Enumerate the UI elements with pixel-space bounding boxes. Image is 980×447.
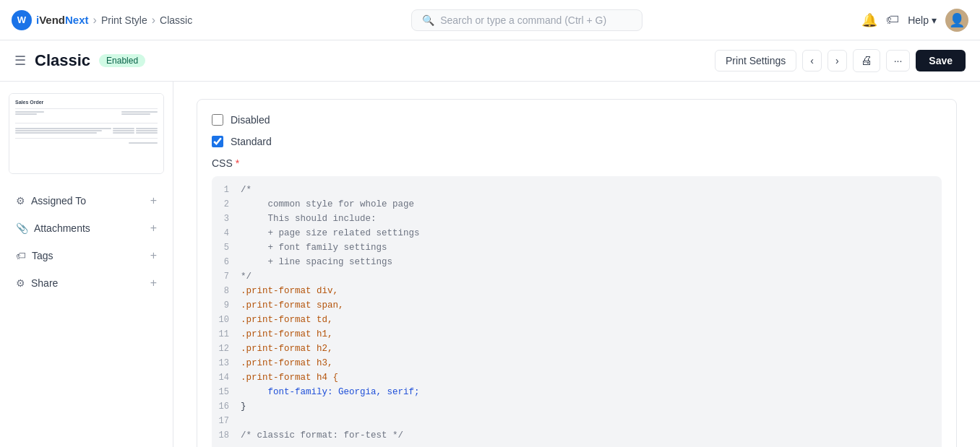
sidebar-item-label-share: Share: [31, 277, 58, 289]
sidebar-item-attachments[interactable]: 📎 Attachments +: [9, 216, 164, 240]
next-button[interactable]: ›: [828, 50, 847, 71]
disabled-checkbox-row: Disabled: [212, 114, 942, 126]
top-nav: W iVendNext › Print Style › Classic 🔍 Se…: [0, 0, 980, 40]
help-chevron-icon: ▾: [932, 14, 937, 26]
attachments-add-icon[interactable]: +: [150, 222, 157, 235]
menu-icon[interactable]: ☰: [14, 53, 26, 69]
nav-right: 🔔 🏷 Help ▾ 👤: [861, 9, 968, 32]
preview-row-1: [15, 111, 158, 115]
breadcrumb-classic[interactable]: Classic: [160, 14, 192, 26]
sidebar-item-tags[interactable]: 🏷 Tags +: [9, 243, 164, 268]
code-line-4: 4 + page size related settings: [212, 228, 942, 243]
code-line-12: 12 .print-format h2,: [212, 344, 942, 358]
assigned-to-icon: ⚙: [16, 195, 25, 207]
assigned-to-add-icon[interactable]: +: [150, 194, 157, 207]
more-options-button[interactable]: ···: [886, 50, 911, 71]
tags-add-icon[interactable]: +: [150, 249, 157, 262]
prev-button[interactable]: ‹: [802, 50, 822, 71]
sidebar-item-label-attachments: Attachments: [34, 222, 90, 234]
tags-icon: 🏷: [16, 250, 26, 261]
preview-title: Sales Order: [15, 100, 158, 105]
code-line-13: 13 .print-format h3,: [212, 358, 942, 373]
disabled-label[interactable]: Disabled: [231, 114, 270, 126]
main-layout: Sales Order: [0, 82, 980, 447]
help-label: Help: [908, 14, 929, 26]
logo-icon: W: [12, 10, 32, 30]
code-line-6: 6 + line spacing settings: [212, 257, 942, 272]
logo[interactable]: W iVendNext: [12, 10, 89, 30]
sidebar-item-share[interactable]: ⚙ Share +: [9, 271, 164, 295]
status-badge: Enabled: [99, 54, 145, 67]
code-line-1: 1 /*: [212, 185, 942, 199]
search-placeholder: Search or type a command (Ctrl + G): [440, 14, 606, 26]
preview-divider-2: [15, 123, 158, 123]
breadcrumb-sep-1: ›: [93, 14, 97, 27]
code-line-11: 11 .print-format h1,: [212, 329, 942, 344]
bookmark-button[interactable]: 🏷: [886, 12, 899, 27]
code-line-8: 8 .print-format div,: [212, 286, 942, 300]
code-line-2: 2 common style for whole page: [212, 199, 942, 214]
nav-left: W iVendNext › Print Style › Classic: [12, 10, 192, 30]
sidebar-item-assigned-to[interactable]: ⚙ Assigned To +: [9, 188, 164, 213]
code-line-9: 9 .print-format span,: [212, 300, 942, 315]
share-add-icon[interactable]: +: [150, 277, 157, 290]
code-line-17: 17: [212, 416, 942, 430]
page-header-left: ☰ Classic Enabled: [14, 51, 145, 70]
share-icon: ⚙: [16, 277, 25, 289]
code-line-10: 10 .print-format td,: [212, 315, 942, 329]
page-title: Classic: [35, 51, 90, 70]
code-line-16: 16 }: [212, 402, 942, 416]
disabled-checkbox[interactable]: [212, 114, 223, 126]
sidebar-item-label-tags: Tags: [32, 250, 53, 261]
sidebar-item-label-assigned-to: Assigned To: [31, 195, 86, 207]
print-button[interactable]: 🖨: [853, 49, 880, 72]
code-line-3: 3 This should include:: [212, 214, 942, 228]
page-header-right: Print Settings ‹ › 🖨 ··· Save: [715, 49, 966, 72]
content-area: Disabled Standard CSS * 1 /* 2: [173, 82, 980, 447]
code-editor[interactable]: 1 /* 2 common style for whole page 3 Thi…: [212, 176, 942, 447]
code-line-14: 14 .print-format h4 {: [212, 373, 942, 387]
code-line-18: 18 /* classic format: for-test */: [212, 430, 942, 445]
form-section: Disabled Standard CSS * 1 /* 2: [197, 99, 957, 447]
save-button[interactable]: Save: [916, 50, 966, 71]
notification-bell-button[interactable]: 🔔: [861, 12, 877, 28]
search-icon: 🔍: [422, 14, 434, 26]
help-button[interactable]: Help ▾: [908, 14, 937, 26]
breadcrumb-sep-2: ›: [152, 14, 155, 27]
avatar[interactable]: 👤: [945, 9, 968, 32]
code-line-5: 5 + font family settings: [212, 243, 942, 257]
standard-label[interactable]: Standard: [231, 136, 272, 147]
standard-checkbox[interactable]: [212, 136, 223, 147]
attachments-icon: 📎: [16, 222, 28, 234]
page-header: ☰ Classic Enabled Print Settings ‹ › 🖨 ·…: [0, 40, 980, 82]
code-line-7: 7 */: [212, 272, 942, 286]
preview-card[interactable]: Sales Order: [9, 93, 164, 174]
logo-text: iVendNext: [36, 14, 89, 26]
print-settings-button[interactable]: Print Settings: [715, 50, 796, 71]
code-line-15: 15 font-family: Georgia, serif;: [212, 387, 942, 402]
standard-checkbox-row: Standard: [212, 136, 942, 147]
breadcrumb-print-style[interactable]: Print Style: [101, 14, 147, 26]
css-required-mark: *: [236, 157, 239, 169]
preview-divider: [15, 108, 158, 109]
css-label: CSS *: [212, 157, 942, 169]
search-bar[interactable]: 🔍 Search or type a command (Ctrl + G): [411, 9, 642, 31]
sidebar: Sales Order: [0, 82, 173, 447]
